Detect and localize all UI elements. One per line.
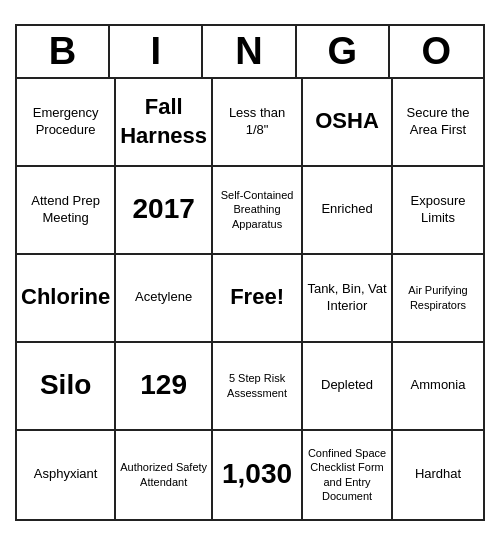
bingo-cell-5: Attend Prep Meeting [17,167,116,255]
bingo-cell-4: Secure the Area First [393,79,483,167]
bingo-cell-13: Tank, Bin, Vat Interior [303,255,393,343]
bingo-header: BINGO [17,26,483,79]
header-letter-i: I [110,26,203,77]
bingo-cell-10: Chlorine [17,255,116,343]
bingo-cell-1: Fall Harness [116,79,213,167]
header-letter-n: N [203,26,296,77]
bingo-cell-7: Self-Contained Breathing Apparatus [213,167,303,255]
header-letter-g: G [297,26,390,77]
bingo-cell-2: Less than 1/8" [213,79,303,167]
bingo-cell-21: Authorized Safety Attendant [116,431,213,519]
bingo-cell-14: Air Purifying Respirators [393,255,483,343]
bingo-cell-9: Exposure Limits [393,167,483,255]
bingo-cell-22: 1,030 [213,431,303,519]
bingo-cell-3: OSHA [303,79,393,167]
bingo-cell-17: 5 Step Risk Assessment [213,343,303,431]
bingo-cell-0: Emergency Procedure [17,79,116,167]
bingo-cell-12: Free! [213,255,303,343]
bingo-cell-16: 129 [116,343,213,431]
bingo-cell-11: Acetylene [116,255,213,343]
bingo-cell-8: Enriched [303,167,393,255]
bingo-grid: Emergency ProcedureFall HarnessLess than… [17,79,483,519]
bingo-cell-24: Hardhat [393,431,483,519]
bingo-cell-6: 2017 [116,167,213,255]
bingo-cell-15: Silo [17,343,116,431]
header-letter-o: O [390,26,483,77]
bingo-card: BINGO Emergency ProcedureFall HarnessLes… [15,24,485,521]
bingo-cell-18: Depleted [303,343,393,431]
bingo-cell-20: Asphyxiant [17,431,116,519]
bingo-cell-23: Confined Space Checklist Form and Entry … [303,431,393,519]
header-letter-b: B [17,26,110,77]
bingo-cell-19: Ammonia [393,343,483,431]
